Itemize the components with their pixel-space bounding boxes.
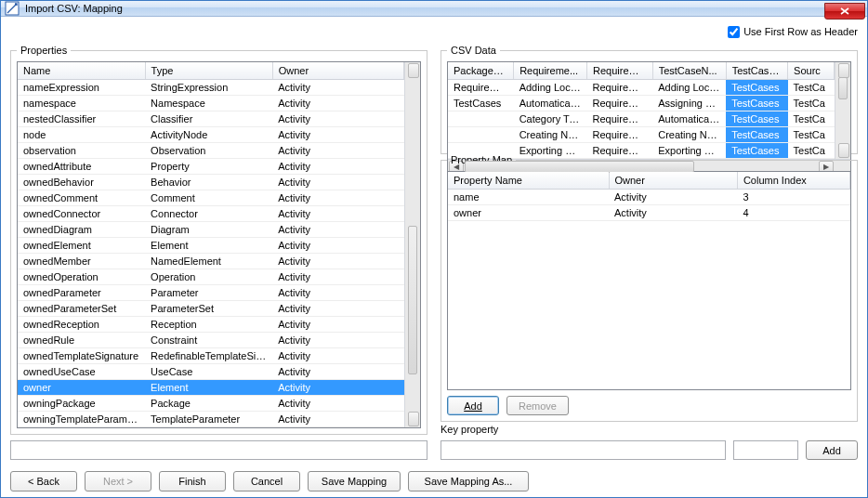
table-row[interactable]: ownedBehaviorBehaviorActivity bbox=[18, 175, 404, 190]
table-row[interactable]: RequirementAdding Local...RequirementAdd… bbox=[448, 80, 835, 96]
csv-column-header[interactable]: Requireme... bbox=[587, 62, 653, 80]
csv-data-group: CSV Data PackageNa...Requireme...Require… bbox=[441, 45, 858, 154]
window-title: Import CSV: Mapping bbox=[25, 3, 123, 14]
table-row[interactable]: ownedRuleConstraintActivity bbox=[18, 333, 404, 348]
table-row[interactable]: ownedElementElementActivity bbox=[18, 238, 404, 254]
table-row[interactable]: nameActivity3 bbox=[448, 190, 850, 205]
properties-table[interactable]: NameTypeOwner nameExpressionStringExpres… bbox=[18, 62, 404, 427]
next-button[interactable]: Next > bbox=[85, 471, 151, 491]
property-map-column-header[interactable]: Owner bbox=[609, 172, 737, 190]
csv-data-table[interactable]: PackageNa...Requireme...Requireme...Test… bbox=[448, 62, 835, 159]
property-map-remove-button[interactable]: Remove bbox=[506, 396, 569, 415]
property-map-group: Property Map Property NameOwnerColumn In… bbox=[441, 154, 858, 422]
table-row[interactable]: nestedClassifierClassifierActivity bbox=[18, 111, 404, 127]
table-row[interactable]: ownedOperationOperationActivity bbox=[18, 269, 404, 285]
properties-column-header[interactable]: Type bbox=[145, 62, 272, 80]
table-row[interactable]: ownerActivity4 bbox=[448, 205, 850, 221]
key-property-input-1[interactable] bbox=[441, 440, 726, 460]
csv-column-header[interactable]: TestCaseN... bbox=[652, 62, 726, 80]
table-row[interactable]: ownedAttributePropertyActivity bbox=[18, 159, 404, 175]
cancel-button[interactable]: Cancel bbox=[233, 471, 300, 491]
table-row[interactable]: Creating Ne...RequirementCreating Ne...T… bbox=[448, 127, 835, 143]
properties-column-header[interactable]: Owner bbox=[272, 62, 403, 80]
csv-column-header[interactable]: PackageNa... bbox=[448, 62, 514, 80]
csv-vscrollbar[interactable] bbox=[835, 62, 850, 159]
close-icon bbox=[840, 7, 849, 15]
table-row[interactable]: TestCasesAutomaticall...RequirementAssig… bbox=[448, 96, 835, 111]
key-property-add-button[interactable]: Add bbox=[806, 440, 858, 460]
properties-legend: Properties bbox=[17, 45, 71, 56]
properties-scrollbar[interactable] bbox=[404, 62, 420, 427]
property-map-table[interactable]: Property NameOwnerColumn Index nameActiv… bbox=[448, 172, 850, 389]
property-map-column-header[interactable]: Column Index bbox=[737, 172, 849, 190]
properties-column-header[interactable]: Name bbox=[18, 62, 145, 80]
csv-data-legend: CSV Data bbox=[447, 45, 500, 56]
close-button[interactable] bbox=[824, 3, 865, 20]
save-mapping-button[interactable]: Save Mapping bbox=[308, 471, 401, 491]
table-row[interactable]: ownedConnectorConnectorActivity bbox=[18, 206, 404, 222]
use-first-row-checkbox[interactable] bbox=[728, 26, 740, 38]
csv-column-header[interactable]: TestCaseO... bbox=[726, 62, 787, 80]
table-row[interactable]: namespaceNamespaceActivity bbox=[18, 96, 404, 111]
properties-group: Properties NameTypeOwner nameExpressionS… bbox=[10, 45, 427, 435]
csv-column-header[interactable]: Requireme... bbox=[514, 62, 587, 80]
table-row[interactable]: observationObservationActivity bbox=[18, 143, 404, 159]
table-row[interactable]: nameExpressionStringExpressionActivity bbox=[18, 80, 404, 96]
table-row[interactable]: ownerElementActivity bbox=[18, 380, 404, 396]
back-button[interactable]: < Back bbox=[10, 471, 77, 491]
import-csv-mapping-window: Import CSV: Mapping Use First Row as Hea… bbox=[0, 0, 868, 498]
csv-column-header[interactable]: Sourc bbox=[788, 62, 835, 80]
save-mapping-as-button[interactable]: Save Mapping As... bbox=[408, 471, 529, 491]
table-row[interactable]: owningPackagePackageActivity bbox=[18, 396, 404, 412]
table-row[interactable]: owningTemplateParameterTemplateParameter… bbox=[18, 412, 404, 427]
property-map-column-header[interactable]: Property Name bbox=[448, 172, 609, 190]
key-property-label: Key property bbox=[441, 424, 858, 435]
use-first-row-label: Use First Row as Header bbox=[743, 26, 858, 37]
table-row[interactable]: nodeActivityNodeActivity bbox=[18, 127, 404, 143]
titlebar: Import CSV: Mapping bbox=[1, 1, 867, 17]
table-row[interactable]: ownedUseCaseUseCaseActivity bbox=[18, 364, 404, 380]
key-property-input-2[interactable] bbox=[733, 440, 798, 460]
table-row[interactable]: ownedMemberNamedElementActivity bbox=[18, 254, 404, 269]
properties-filter-input[interactable] bbox=[10, 440, 427, 460]
table-row[interactable]: ownedParameterParameterActivity bbox=[18, 285, 404, 301]
app-icon bbox=[5, 1, 20, 16]
table-row[interactable]: ownedTemplateSignatureRedefinableTemplat… bbox=[18, 348, 404, 364]
table-row[interactable]: Category Ty...RequirementAutomaticall...… bbox=[448, 111, 835, 127]
table-row[interactable]: ownedCommentCommentActivity bbox=[18, 190, 404, 206]
table-row[interactable]: ownedParameterSetParameterSetActivity bbox=[18, 301, 404, 317]
property-map-add-button[interactable]: Add bbox=[447, 396, 499, 415]
finish-button[interactable]: Finish bbox=[159, 471, 226, 491]
table-row[interactable]: ownedReceptionReceptionActivity bbox=[18, 317, 404, 333]
table-row[interactable]: ownedDiagramDiagramActivity bbox=[18, 222, 404, 238]
